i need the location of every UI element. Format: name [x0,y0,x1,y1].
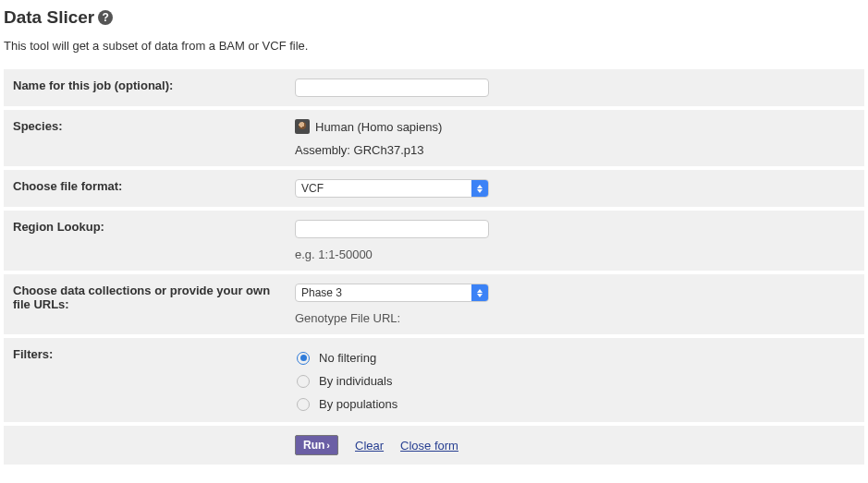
format-label: Choose file format: [4,170,286,207]
select-arrows-icon [471,180,488,197]
row-jobname: Name for this job (optional): [4,69,864,106]
run-button[interactable]: Run› [295,435,338,455]
format-selected: VCF [296,182,471,195]
collections-selected: Phase 3 [296,286,471,299]
help-icon[interactable]: ? [98,10,113,25]
radio-icon [297,398,310,411]
jobname-input[interactable] [295,78,489,97]
region-hint: e.g. 1:1-50000 [295,248,855,261]
filters-label: Filters: [4,338,286,422]
region-label: Region Lookup: [4,211,286,271]
radio-icon [297,375,310,388]
chevron-right-icon: › [326,440,330,451]
region-input[interactable] [295,220,489,238]
title-text: Data Slicer [4,7,94,28]
row-actions: Run› Clear Close form [4,426,864,465]
row-region: Region Lookup: e.g. 1:1-50000 [4,211,864,271]
config-table: Name for this job (optional): Species: H… [4,66,864,468]
page-title: Data Slicer ? [4,7,864,28]
format-select[interactable]: VCF [295,179,489,198]
filter-option-label: By individuals [319,374,393,388]
species-icon [295,119,310,134]
row-format: Choose file format: VCF [4,170,864,207]
row-filters: Filters: No filtering By individuals By … [4,338,864,422]
clear-link[interactable]: Clear [355,439,384,453]
collections-sublabel: Genotype File URL: [295,311,855,325]
filter-option-by-individuals[interactable]: By individuals [297,374,855,388]
filter-option-by-populations[interactable]: By populations [297,397,855,411]
species-name: Human (Homo sapiens) [315,120,442,134]
intro-text: This tool will get a subset of data from… [4,39,864,53]
collections-select[interactable]: Phase 3 [295,284,489,302]
jobname-label: Name for this job (optional): [4,69,286,106]
radio-icon [297,352,310,365]
species-label: Species: [4,110,286,166]
filter-option-label: No filtering [319,351,376,365]
close-form-link[interactable]: Close form [400,439,458,453]
filter-option-label: By populations [319,397,397,411]
collections-label: Choose data collections or provide your … [4,274,286,334]
select-arrows-icon [471,284,488,301]
species-assembly: Assembly: GRCh37.p13 [295,143,855,157]
filter-option-no-filtering[interactable]: No filtering [297,351,855,365]
run-label: Run [303,439,324,452]
row-species: Species: Human (Homo sapiens) Assembly: … [4,110,864,166]
row-collections: Choose data collections or provide your … [4,274,864,334]
